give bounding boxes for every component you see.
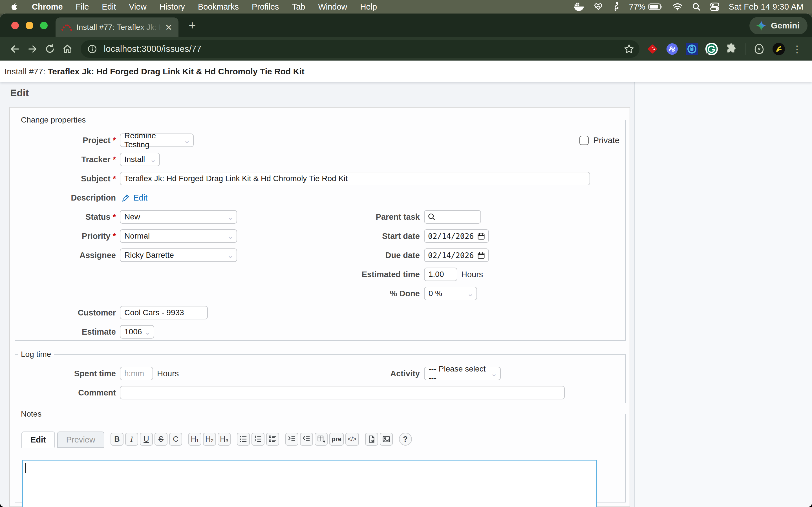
underline-button[interactable]: U (140, 433, 153, 446)
heading3-button[interactable]: H₃ (218, 433, 231, 446)
priority-select[interactable]: Normal ⌄ (120, 229, 237, 243)
blockquote-button[interactable] (285, 433, 298, 446)
menu-bookmarks[interactable]: Bookmarks (192, 2, 245, 11)
new-tab-button[interactable]: + (189, 18, 196, 33)
grammarly-icon[interactable] (705, 43, 718, 55)
start-date-input[interactable]: 02/14/2026 (424, 229, 489, 243)
menu-edit[interactable]: Edit (95, 2, 122, 11)
assignee-label: Assignee (80, 251, 116, 260)
browser-menu-icon[interactable]: ⋮ (792, 43, 802, 55)
docker-icon[interactable] (574, 2, 584, 11)
strikethrough-button[interactable]: S (154, 433, 167, 446)
project-select[interactable]: Redmine Testing ⌄ (120, 133, 194, 147)
activity-select[interactable]: --- Please select --- ⌄ (424, 367, 501, 380)
site-info-icon[interactable] (86, 43, 99, 55)
notes-tab-preview[interactable]: Preview (57, 432, 104, 448)
notes-textarea[interactable] (22, 460, 597, 507)
menu-tab[interactable]: Tab (286, 2, 312, 11)
private-label: Private (593, 135, 619, 145)
pencil-icon (121, 193, 130, 202)
comment-input[interactable] (120, 386, 565, 399)
heading2-button[interactable]: H₂ (203, 433, 216, 446)
due-date-input[interactable]: 02/14/2026 (424, 248, 489, 262)
macos-menu-bar: Chrome File Edit View History Bookmarks … (0, 0, 812, 13)
done-ratio-select[interactable]: 0 % ⌄ (424, 287, 477, 300)
insert-image-button[interactable] (380, 433, 393, 446)
notes-tab-edit[interactable]: Edit (21, 432, 55, 448)
comment-label: Comment (78, 388, 116, 397)
notes-toolbar: Edit Preview B I U S C H₁ H₂ H₃ (15, 418, 625, 448)
extension-purple-circle-icon[interactable] (666, 43, 678, 55)
estimated-time-input[interactable] (424, 268, 457, 281)
address-bar[interactable]: localhost:3000/issues/77 (81, 40, 640, 58)
window-close-button[interactable] (11, 22, 19, 29)
code-block-button[interactable]: </> (345, 433, 359, 446)
spent-time-input[interactable] (120, 367, 153, 380)
forward-button[interactable] (24, 40, 41, 58)
toolbar-divider (745, 43, 746, 55)
window-minimize-button[interactable] (26, 22, 33, 29)
profile-avatar[interactable] (772, 43, 785, 55)
home-button[interactable] (59, 40, 76, 58)
wifi-icon[interactable] (672, 3, 682, 11)
notes-fieldset: Notes Edit Preview B I U S C H₁ H₂ H₃ (15, 409, 626, 503)
menubar-utility-icon[interactable] (594, 2, 603, 11)
chevron-down-icon: ⌄ (491, 369, 497, 378)
customer-input[interactable] (120, 306, 208, 320)
unquote-button[interactable] (300, 433, 313, 446)
log-time-fieldset: Log time Spent time Hours Activity --- P… (15, 350, 626, 403)
tracker-select[interactable]: Install ⌄ (120, 153, 160, 166)
reload-button[interactable] (41, 40, 59, 58)
gemini-button[interactable]: Gemini (749, 17, 808, 34)
bookmark-star-icon[interactable] (624, 44, 635, 54)
heading1-button[interactable]: H₁ (188, 433, 201, 446)
assignee-select[interactable]: Ricky Barrette ⌄ (120, 248, 237, 262)
done-ratio-label: % Done (300, 289, 420, 298)
extension-blue-lock-icon[interactable] (686, 43, 698, 55)
parent-task-input[interactable] (424, 210, 481, 224)
definition-list-button[interactable] (266, 433, 279, 446)
extension-red-icon[interactable] (646, 43, 659, 55)
subject-input[interactable] (120, 172, 590, 185)
chevron-down-icon: ⌄ (467, 289, 474, 298)
menu-help[interactable]: Help (354, 2, 384, 11)
menu-profiles[interactable]: Profiles (245, 2, 286, 11)
status-label: Status (86, 212, 110, 221)
menu-file[interactable]: File (69, 2, 96, 11)
chevron-down-icon: ⌄ (150, 155, 156, 164)
browser-tab[interactable]: Install #77: Teraflex Jk: Hd Fo ✕ (56, 17, 179, 37)
help-button[interactable]: ? (399, 433, 412, 446)
energy-saver-icon[interactable] (753, 43, 765, 55)
ordered-list-button[interactable] (252, 433, 264, 446)
description-label: Description (71, 193, 116, 202)
back-button[interactable] (6, 40, 24, 58)
issue-edit-form: Change properties Project * Redmine Test… (9, 107, 630, 507)
private-checkbox[interactable] (579, 136, 589, 145)
change-properties-fieldset: Change properties Project * Redmine Test… (15, 115, 626, 341)
control-center-icon[interactable] (710, 3, 719, 11)
preformatted-button[interactable]: pre (329, 433, 343, 446)
spent-time-label: Spent time (74, 369, 116, 378)
estimate-select[interactable]: 1006 ⌄ (120, 325, 154, 339)
menu-view[interactable]: View (122, 2, 153, 11)
tab-close-icon[interactable]: ✕ (164, 22, 173, 33)
inline-code-button[interactable]: C (169, 433, 182, 446)
window-zoom-button[interactable] (40, 22, 48, 29)
menu-window[interactable]: Window (312, 2, 354, 11)
insert-table-button[interactable] (315, 433, 327, 446)
attach-file-button[interactable] (365, 433, 378, 446)
priority-label: Priority (82, 231, 110, 240)
italic-button[interactable]: I (125, 433, 138, 446)
browser-window: Install #77: Teraflex Jk: Hd Fo ✕ + Gemi… (0, 13, 812, 507)
spotlight-search-icon[interactable] (692, 3, 701, 11)
menubar-clock[interactable]: Sat Feb 14 9:30 AM (729, 2, 804, 11)
bold-button[interactable]: B (110, 433, 123, 446)
unordered-list-button[interactable] (237, 433, 250, 446)
menubar-seahorse-icon[interactable] (613, 2, 619, 12)
apple-menu-icon[interactable] (0, 3, 26, 11)
extensions-puzzle-icon[interactable] (725, 43, 738, 55)
menu-history[interactable]: History (153, 2, 192, 11)
status-select[interactable]: New ⌄ (120, 210, 237, 224)
description-edit-link[interactable]: Edit (133, 193, 147, 203)
menu-chrome[interactable]: Chrome (26, 2, 69, 11)
